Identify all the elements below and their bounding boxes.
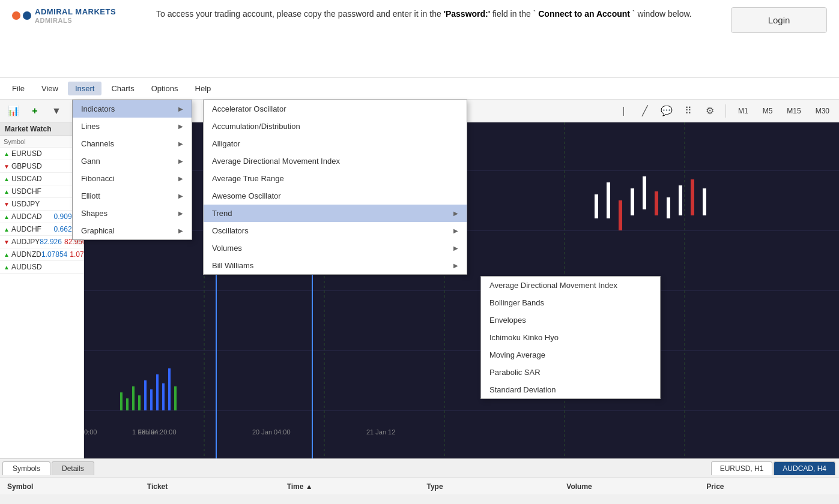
dd-item-std-dev[interactable]: Standard Deviation — [481, 381, 660, 398]
menu-insert[interactable]: Insert — [68, 82, 102, 95]
dd-label-parabolic-sar: Parabolic SAR — [489, 368, 541, 377]
dd-item-graphical[interactable]: Graphical ▶ — [73, 222, 192, 239]
mw-symbol-audusd: ▲AUDUSD — [4, 263, 42, 271]
chevron-channels: ▶ — [178, 140, 183, 147]
mw-column-header: Symbol — [0, 136, 83, 148]
mw-row-gbpusd[interactable]: ▼GBPUSD — [0, 160, 83, 173]
dd-item-atr[interactable]: Average True Range — [204, 170, 467, 187]
dd-item-accelerator[interactable]: Accelerator Oscillator — [204, 100, 467, 118]
tf-m5[interactable]: M5 — [758, 105, 778, 117]
mw-symbol-gbpusd: ▼GBPUSD — [4, 162, 42, 170]
dd-item-admi[interactable]: Average Directional Movement Index — [204, 152, 467, 170]
dd-label-elliott: Elliott — [81, 191, 100, 200]
tf-m15[interactable]: M15 — [782, 105, 805, 117]
dd-item-lines[interactable]: Lines ▶ — [73, 118, 192, 135]
mw-row-usdchf[interactable]: ▲USDCHF — [0, 185, 83, 198]
chevron-elliott: ▶ — [178, 193, 183, 199]
footer-col-type: Type — [419, 482, 559, 491]
svg-text:1 Feb 04:: 1 Feb 04: — [132, 428, 160, 436]
dd-item-alligator[interactable]: Alligator — [204, 135, 467, 152]
dd-item-accum-dist[interactable]: Accumulation/Distribution — [204, 118, 467, 135]
dd-item-indicators[interactable]: Indicators ▶ — [73, 100, 192, 118]
svg-rect-22 — [667, 197, 670, 218]
dd-item-shapes[interactable]: Shapes ▶ — [73, 205, 192, 222]
dropdown-arrow[interactable]: ▼ — [48, 103, 65, 119]
dd-item-moving-avg[interactable]: Moving Average — [481, 346, 660, 364]
dd-item-channels[interactable]: Channels ▶ — [73, 135, 192, 152]
svg-rect-32 — [126, 398, 129, 410]
mw-row-usdjpy[interactable]: ▼USDJPY — [0, 198, 83, 211]
market-watch-title: Market Watch — [0, 122, 83, 136]
mw-row-audcad[interactable]: ▲AUDCAD 0.90902 — [0, 211, 83, 223]
dd-item-gann[interactable]: Gann ▶ — [73, 152, 192, 170]
login-button[interactable]: Login — [731, 7, 827, 33]
mw-row-audchf[interactable]: ▲AUDCHF 0.66296 — [0, 223, 83, 236]
grid-icon[interactable]: ⠿ — [680, 103, 697, 119]
tf-m1[interactable]: M1 — [733, 105, 753, 117]
logo-company: ADMIRAL MARKETS — [35, 7, 116, 16]
plus-icon[interactable]: + — [26, 103, 43, 119]
dd-item-trend-admi[interactable]: Average Directional Movement Index — [481, 277, 660, 294]
svg-rect-23 — [679, 185, 682, 215]
mw-row-audjpy[interactable]: ▼AUDJPY 82.926 82.950 — [0, 236, 83, 248]
diagonal-line-icon[interactable]: ╱ — [637, 103, 653, 119]
footer-col-time: Time ▲ — [280, 482, 420, 491]
chevron-trend: ▶ — [453, 210, 458, 217]
dd-item-parabolic-sar[interactable]: Parabolic SAR — [481, 364, 660, 381]
menu-dropdown-indicators-list: Accelerator Oscillator Accumulation/Dist… — [203, 100, 467, 275]
dd-item-awesome[interactable]: Awesome Oscillator — [204, 187, 467, 205]
mw-row-audnzd[interactable]: ▲AUDNZD 1.07854 1.07896 — [0, 248, 83, 261]
settings-icon[interactable]: ⚙ — [701, 103, 718, 119]
menu-options[interactable]: Options — [144, 82, 186, 95]
logo-circles — [12, 11, 31, 20]
svg-rect-21 — [655, 191, 658, 215]
dd-item-trend[interactable]: Trend ▶ — [204, 205, 467, 222]
dd-item-fibonacci[interactable]: Fibonacci ▶ — [73, 170, 192, 187]
dd-item-volumes[interactable]: Volumes ▶ — [204, 239, 467, 257]
tab-symbols[interactable]: Symbols — [2, 461, 50, 475]
footer-col-price: Price — [699, 482, 839, 491]
bottom-tabs: Symbols Details EURUSD, H1 AUDCAD, H4 — [0, 458, 839, 478]
tab-details[interactable]: Details — [52, 461, 94, 475]
tab-eurusd-h1[interactable]: EURUSD, H1 — [711, 461, 773, 475]
notice-part2: field in the ` — [492, 9, 536, 19]
svg-rect-19 — [631, 188, 634, 215]
market-watch-panel: Market Watch Symbol ▲EURUSD ▼GBPUSD ▲USD… — [0, 122, 84, 458]
dd-label-oscillators: Oscillators — [212, 226, 249, 235]
dd-label-bollinger: Bollinger Bands — [489, 298, 544, 307]
mw-row-audusd[interactable]: ▲AUDUSD — [0, 261, 83, 274]
menu-charts[interactable]: Charts — [104, 82, 141, 95]
svg-rect-35 — [144, 380, 147, 410]
tf-m30[interactable]: M30 — [811, 105, 834, 117]
tab-audcad-h4[interactable]: AUDCAD, H4 — [774, 461, 835, 475]
dd-label-graphical: Graphical — [81, 226, 115, 235]
mw-symbol-usdjpy: ▼USDJPY — [4, 200, 40, 208]
menu-help[interactable]: Help — [188, 82, 219, 95]
notice-connect: Connect to an Account — [538, 9, 630, 19]
mw-row-usdcad[interactable]: ▲USDCAD — [0, 173, 83, 185]
chevron-volumes: ▶ — [453, 245, 458, 251]
svg-text:21 Jan 12: 21 Jan 12 — [366, 428, 395, 436]
dd-item-bollinger[interactable]: Bollinger Bands — [481, 294, 660, 311]
chevron-gann: ▶ — [178, 158, 183, 164]
dd-item-elliott[interactable]: Elliott ▶ — [73, 187, 192, 205]
svg-rect-25 — [703, 188, 706, 215]
new-chart-icon[interactable]: 📊 — [5, 103, 22, 119]
dd-item-oscillators[interactable]: Oscillators ▶ — [204, 222, 467, 239]
dd-item-bill-williams[interactable]: Bill Williams ▶ — [204, 257, 467, 274]
menu-view[interactable]: View — [34, 82, 65, 95]
chevron-shapes: ▶ — [178, 210, 183, 217]
vertical-line-icon[interactable]: | — [615, 103, 632, 119]
svg-rect-40 — [174, 386, 177, 410]
svg-text:0:00: 0:00 — [84, 428, 97, 436]
comment-icon[interactable]: 💬 — [658, 103, 675, 119]
dd-item-envelopes[interactable]: Envelopes — [481, 311, 660, 329]
mw-prices-audnzd: 1.07854 1.07896 — [41, 250, 84, 259]
mw-row-eurusd[interactable]: ▲EURUSD — [0, 148, 83, 160]
svg-rect-36 — [150, 389, 153, 410]
mw-symbol-usdcad: ▲USDCAD — [4, 175, 42, 183]
dd-item-ichimoku[interactable]: Ichimoku Kinko Hyo — [481, 329, 660, 346]
menu-file[interactable]: File — [5, 82, 32, 95]
svg-rect-37 — [156, 374, 159, 410]
dd-label-channels: Channels — [81, 139, 114, 148]
